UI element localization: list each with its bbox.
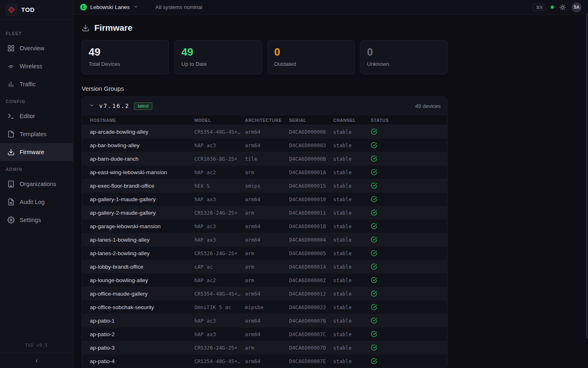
cell-hostname: ap-lanes-1-bowling-alley (90, 237, 194, 243)
cell-channel: stable (333, 345, 371, 351)
sidebar-item-audit-log[interactable]: Audit Log (0, 193, 73, 211)
cell-status (371, 344, 447, 351)
table-row[interactable]: ap-barn-dude-ranchCCR1036-8G-2S+tileD4CA… (82, 152, 447, 166)
sidebar-item-templates[interactable]: Templates (0, 125, 73, 143)
stat-value: 49 (181, 46, 255, 58)
sidebar-nav: FLEETOverviewWirelessTrafficCONFIGEditor… (0, 20, 73, 343)
table-row[interactable]: ap-arcade-bowling-alleyCRS354-48G-4S+…ar… (82, 125, 447, 139)
version-group-panel: v7.16.2 latest 49 devices HOSTNAMEMODELA… (82, 96, 448, 368)
page-header: Firmware (82, 23, 588, 33)
sidebar-item-firmware[interactable]: Firmware (0, 143, 73, 161)
check-circle-icon (371, 263, 377, 270)
check-circle-icon (371, 128, 377, 135)
cell-channel: stable (333, 169, 371, 175)
cell-hostname: ap-lounge-bowling-alley (90, 277, 194, 283)
command-palette-shortcut[interactable]: ⌘K (533, 4, 546, 11)
cell-status (371, 223, 447, 229)
table-row[interactable]: ap-east-wing-lebowski-mansionhAP ac2armD… (82, 166, 447, 179)
org-selector[interactable]: L Lebowski Lanes (80, 4, 138, 11)
column-header-architecture: ARCHITECTURE (245, 118, 289, 123)
sidebar-item-settings[interactable]: Settings (0, 211, 73, 229)
table-row[interactable]: ap-office-maude-galleryCRS354-48G-4S+…ar… (82, 287, 447, 301)
cell-hostname: ap-patio-1 (90, 318, 194, 324)
stat-card-total-devices: 49Total Devices (82, 40, 169, 74)
check-circle-icon (371, 250, 377, 256)
table-row[interactable]: ap-lanes-1-bowling-alleyhAP ax3arm64D4CA… (82, 233, 447, 247)
sidebar-item-editor[interactable]: Editor (0, 107, 73, 125)
sidebar-item-label: Overview (20, 45, 44, 52)
cell-serial: D4CA6D000002 (289, 277, 333, 283)
cell-hostname: ap-barn-dude-ranch (90, 156, 194, 162)
table-row[interactable]: ap-gallery-2-maude-galleryCRS326-24G-2S+… (82, 206, 447, 220)
cell-serial: D4CA6D000004 (289, 237, 333, 243)
cell-channel: stable (333, 183, 371, 189)
cell-model: CRS326-24G-2S+ (194, 250, 245, 256)
nav-section-label: ADMIN (0, 161, 73, 175)
table-row[interactable]: ap-gallery-1-maude-galleryhAP ax3arm64D4… (82, 193, 447, 206)
version-group-header[interactable]: v7.16.2 latest 49 devices (82, 97, 447, 115)
table-row[interactable]: ap-patio-4CRS354-48G-4S+…arm64D4CA6D0000… (82, 355, 447, 368)
check-circle-icon (371, 304, 377, 310)
nav-section-label: CONFIG (0, 93, 73, 107)
building-icon (7, 180, 15, 188)
cell-status (371, 358, 447, 364)
cell-channel: stable (333, 358, 371, 364)
sidebar-collapse-button[interactable]: ‹ (0, 352, 73, 368)
check-circle-icon (371, 196, 377, 202)
cell-status (371, 182, 447, 189)
cell-architecture: arm64 (245, 318, 289, 324)
brand-name: TOD (21, 6, 35, 13)
stat-card-unknown: 0Unknown (360, 40, 448, 74)
cell-hostname: ap-patio-3 (90, 345, 194, 351)
cell-architecture: tile (245, 156, 289, 162)
sidebar-item-organizations[interactable]: Organizations (0, 175, 73, 193)
sidebar-item-label: Firmware (20, 149, 44, 155)
theme-toggle-sun-icon[interactable] (559, 3, 567, 11)
sidebar-item-traffic[interactable]: Traffic (0, 75, 73, 93)
sidebar-item-overview[interactable]: Overview (0, 39, 73, 57)
cell-architecture: arm64 (245, 129, 289, 135)
sidebar-item-label: Traffic (20, 81, 36, 88)
cell-hostname: ap-patio-4 (90, 358, 194, 364)
org-name: Lebowski Lanes (90, 4, 130, 10)
latest-badge: latest (134, 102, 152, 110)
check-circle-icon (371, 358, 377, 364)
doc-text-icon (7, 198, 15, 206)
cell-hostname: ap-office-maude-gallery (90, 291, 194, 297)
stats-row: 49Total Devices49Up to Date0Outdated0Unk… (82, 40, 448, 74)
cell-architecture: arm64 (245, 223, 289, 229)
cell-status (371, 128, 447, 135)
table-row[interactable]: ap-exec-floor-brandt-officehEX SsmipsD4C… (82, 179, 447, 193)
sidebar-item-wireless[interactable]: Wireless (0, 57, 73, 75)
cell-serial: D4CA6D00000B (289, 156, 333, 162)
table-row[interactable]: ap-bar-bowling-alleyhAP ac3arm64D4CA6D00… (82, 139, 447, 152)
table-row[interactable]: ap-lanes-2-bowling-alleyCRS326-24G-2S+ar… (82, 247, 447, 260)
user-avatar[interactable]: SA (572, 2, 581, 12)
cell-status (371, 236, 447, 243)
table-row[interactable]: ap-lounge-bowling-alleyhAP ac2armD4CA6D0… (82, 274, 447, 287)
download-icon (7, 148, 15, 156)
version-label: v7.16.2 (99, 103, 129, 109)
file-icon (7, 130, 15, 138)
stat-label: Outdated (274, 61, 348, 67)
check-circle-icon (371, 236, 377, 243)
table-row[interactable]: ap-patio-1hAP ac3arm64D4CA6D00007Bstable (82, 314, 447, 328)
chevron-down-icon[interactable] (89, 102, 95, 110)
table-row[interactable]: ap-lobby-brandt-officecAP acarmD4CA6D000… (82, 260, 447, 274)
cell-channel: stable (333, 291, 371, 297)
stat-label: Up to Date (181, 61, 255, 67)
cell-channel: stable (333, 237, 371, 243)
scrollbar-thumb[interactable] (586, 13, 588, 339)
cell-status (371, 277, 447, 283)
sidebar: TOD FLEETOverviewWirelessTrafficCONFIGEd… (0, 0, 74, 368)
cell-hostname: ap-lobby-brandt-office (90, 264, 194, 270)
sidebar-item-label: Wireless (20, 63, 42, 70)
cell-hostname: ap-patio-2 (90, 331, 194, 337)
cell-serial: D4CA6D000022 (289, 304, 333, 310)
table-row[interactable]: ap-patio-3CRS326-24G-2S+armD4CA6D00007Ds… (82, 341, 447, 355)
table-row[interactable]: ap-patio-2hAP ax3arm64D4CA6D00007Cstable (82, 328, 447, 341)
table-row[interactable]: ap-garage-lebowski-mansionhAP ac3arm64D4… (82, 220, 447, 233)
cell-model: hAP ax3 (194, 237, 245, 243)
cell-model: cAP ac (194, 264, 245, 270)
table-row[interactable]: ap-office-sobchak-securityOmniTIK 5 acmi… (82, 301, 447, 314)
